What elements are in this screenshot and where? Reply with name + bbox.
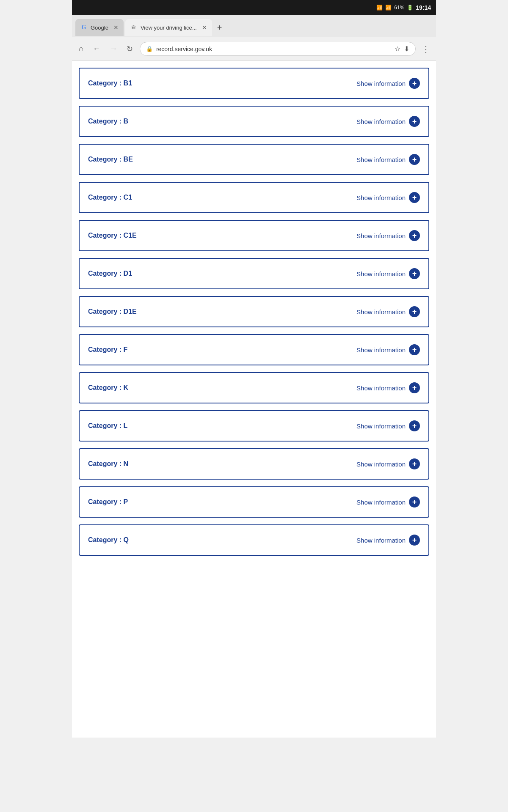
reload-button[interactable]: ↻ xyxy=(124,43,135,55)
category-item-b[interactable]: Category : BShow information+ xyxy=(79,106,429,137)
tab-driving-close[interactable]: ✕ xyxy=(202,24,207,31)
show-info-button-k[interactable]: Show information+ xyxy=(356,382,420,393)
category-item-q[interactable]: Category : QShow information+ xyxy=(79,524,429,556)
new-tab-button[interactable]: + xyxy=(214,21,226,34)
show-info-label-p: Show information xyxy=(356,499,406,506)
show-info-label-d1e: Show information xyxy=(356,308,406,315)
show-info-button-p[interactable]: Show information+ xyxy=(356,497,420,508)
show-info-button-d1e[interactable]: Show information+ xyxy=(356,306,420,317)
status-bar: 📶 📶 61% 🔋 19:14 xyxy=(72,0,436,15)
show-info-icon-c1: + xyxy=(409,192,420,203)
category-item-c1[interactable]: Category : C1Show information+ xyxy=(79,182,429,213)
show-info-button-c1e[interactable]: Show information+ xyxy=(356,230,420,241)
show-info-icon-d1: + xyxy=(409,268,420,279)
category-item-f[interactable]: Category : FShow information+ xyxy=(79,334,429,365)
show-info-icon-p: + xyxy=(409,497,420,508)
category-label-l: Category : L xyxy=(88,422,127,430)
more-options-button[interactable]: ⋮ xyxy=(420,42,432,56)
category-label-c1: Category : C1 xyxy=(88,194,132,201)
show-info-label-f: Show information xyxy=(356,346,406,354)
category-item-p[interactable]: Category : PShow information+ xyxy=(79,486,429,518)
category-item-l[interactable]: Category : LShow information+ xyxy=(79,410,429,442)
bookmark-icon[interactable]: ☆ xyxy=(395,45,400,53)
tab-google-close[interactable]: ✕ xyxy=(113,24,119,31)
main-content: Category : B1Show information+Category :… xyxy=(72,61,436,738)
lock-icon: 🔒 xyxy=(146,46,153,52)
categories-list: Category : B1Show information+Category :… xyxy=(79,68,429,556)
gov-favicon: 🏛 xyxy=(130,24,137,31)
category-item-n[interactable]: Category : NShow information+ xyxy=(79,448,429,480)
category-label-d1e: Category : D1E xyxy=(88,308,137,315)
status-icons: 📶 📶 61% 🔋 19:14 xyxy=(376,4,431,11)
tab-google-label: Google xyxy=(91,25,108,31)
category-label-q: Category : Q xyxy=(88,536,129,544)
show-info-button-d1[interactable]: Show information+ xyxy=(356,268,420,279)
tab-google[interactable]: G Google ✕ xyxy=(75,19,124,36)
status-time: 19:14 xyxy=(416,4,431,11)
show-info-label-b: Show information xyxy=(356,118,406,125)
url-text: record.service.gov.uk xyxy=(156,46,391,52)
show-info-icon-q: + xyxy=(409,535,420,546)
show-info-icon-c1e: + xyxy=(409,230,420,241)
show-info-label-c1e: Show information xyxy=(356,232,406,239)
tab-driving-label: View your driving lice... xyxy=(141,25,197,31)
category-label-k: Category : K xyxy=(88,384,128,392)
show-info-icon-f: + xyxy=(409,344,420,355)
show-info-label-be: Show information xyxy=(356,156,406,163)
category-item-k[interactable]: Category : KShow information+ xyxy=(79,372,429,403)
tab-bar: G Google ✕ 🏛 View your driving lice... ✕… xyxy=(72,15,436,37)
category-item-d1e[interactable]: Category : D1EShow information+ xyxy=(79,296,429,327)
google-favicon: G xyxy=(80,24,87,31)
category-label-be: Category : BE xyxy=(88,156,133,163)
show-info-icon-be: + xyxy=(409,154,420,165)
show-info-label-l: Show information xyxy=(356,422,406,430)
category-item-d1[interactable]: Category : D1Show information+ xyxy=(79,258,429,289)
show-info-button-n[interactable]: Show information+ xyxy=(356,458,420,469)
show-info-icon-d1e: + xyxy=(409,306,420,317)
category-item-b1[interactable]: Category : B1Show information+ xyxy=(79,68,429,99)
category-label-d1: Category : D1 xyxy=(88,270,132,277)
show-info-label-c1: Show information xyxy=(356,194,406,201)
show-info-label-n: Show information xyxy=(356,461,406,468)
category-label-f: Category : F xyxy=(88,346,127,354)
show-info-icon-k: + xyxy=(409,382,420,393)
address-bar[interactable]: 🔒 record.service.gov.uk ☆ ⬇ xyxy=(140,42,416,56)
show-info-icon-b1: + xyxy=(409,78,420,89)
category-label-p: Category : P xyxy=(88,498,128,506)
show-info-label-d1: Show information xyxy=(356,270,406,277)
wifi-icon: 📶 xyxy=(385,5,392,11)
forward-button[interactable]: → xyxy=(107,43,120,55)
show-info-button-be[interactable]: Show information+ xyxy=(356,154,420,165)
category-item-be[interactable]: Category : BEShow information+ xyxy=(79,144,429,175)
show-info-button-b[interactable]: Show information+ xyxy=(356,116,420,127)
show-info-icon-n: + xyxy=(409,458,420,469)
home-button[interactable]: ⌂ xyxy=(76,43,86,55)
show-info-icon-b: + xyxy=(409,116,420,127)
show-info-label-q: Show information xyxy=(356,537,406,544)
battery-label: 61% xyxy=(394,5,404,11)
back-button[interactable]: ← xyxy=(90,43,103,55)
tab-driving[interactable]: 🏛 View your driving lice... ✕ xyxy=(125,19,212,36)
download-icon[interactable]: ⬇ xyxy=(404,45,409,53)
show-info-button-c1[interactable]: Show information+ xyxy=(356,192,420,203)
show-info-button-q[interactable]: Show information+ xyxy=(356,535,420,546)
show-info-icon-l: + xyxy=(409,420,420,431)
show-info-label-b1: Show information xyxy=(356,80,406,87)
category-label-b1: Category : B1 xyxy=(88,80,132,87)
show-info-button-b1[interactable]: Show information+ xyxy=(356,78,420,89)
bluetooth-icon: 📶 xyxy=(376,5,383,11)
category-label-n: Category : N xyxy=(88,460,128,468)
category-label-b: Category : B xyxy=(88,118,128,125)
nav-bar: ⌂ ← → ↻ 🔒 record.service.gov.uk ☆ ⬇ ⋮ xyxy=(72,37,436,61)
show-info-button-l[interactable]: Show information+ xyxy=(356,420,420,431)
battery-icon: 🔋 xyxy=(407,5,413,11)
show-info-button-f[interactable]: Show information+ xyxy=(356,344,420,355)
show-info-label-k: Show information xyxy=(356,384,406,392)
category-label-c1e: Category : C1E xyxy=(88,232,137,239)
category-item-c1e[interactable]: Category : C1EShow information+ xyxy=(79,220,429,251)
